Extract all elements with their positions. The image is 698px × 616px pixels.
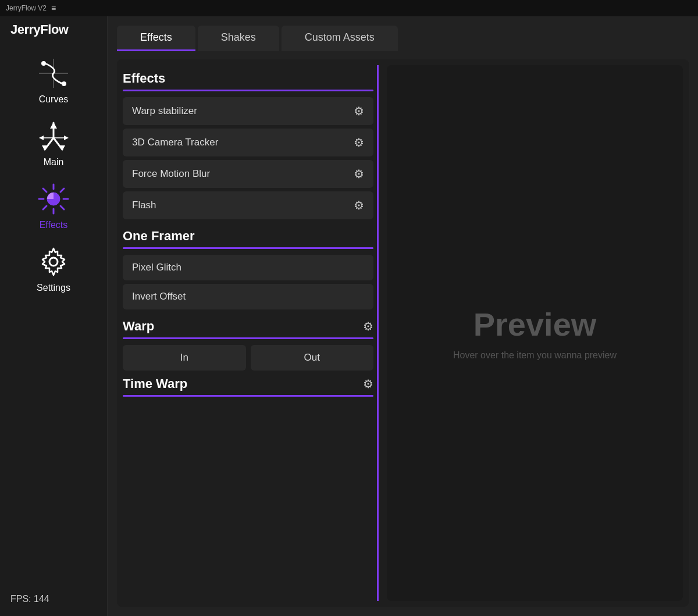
main-panel: Effects Warp stabilizer ⚙ 3D Camera Trac… [117, 59, 689, 607]
sidebar-item-main[interactable]: Main [0, 112, 107, 175]
effect-3d-camera-tracker[interactable]: 3D Camera Tracker ⚙ [123, 129, 373, 156]
effects-section-header: Effects [123, 71, 373, 86]
sidebar-label-main: Main [44, 157, 64, 168]
menu-icon[interactable]: ≡ [51, 3, 56, 13]
effect-force-motion-blur[interactable]: Force Motion Blur ⚙ [123, 160, 373, 188]
warp-divider [123, 337, 373, 339]
gear-flash[interactable]: ⚙ [354, 198, 364, 212]
gear-force-motion-blur[interactable]: ⚙ [354, 167, 364, 181]
time-warp-divider [123, 395, 373, 397]
time-warp-section-header: Time Warp ⚙ [123, 376, 373, 391]
svg-line-16 [43, 188, 47, 192]
warp-out-button[interactable]: Out [251, 345, 374, 371]
sidebar-label-effects: Effects [40, 220, 68, 230]
warp-section-title: Warp [123, 319, 154, 334]
effects-list: Effects Warp stabilizer ⚙ 3D Camera Trac… [123, 65, 379, 601]
sidebar-item-curves[interactable]: Curves [0, 49, 107, 112]
effect-name-pixel-glitch: Pixel Glitch [132, 262, 181, 273]
effect-pixel-glitch[interactable]: Pixel Glitch [123, 255, 373, 280]
effects-icon [36, 181, 71, 216]
effect-name-force-motion-blur: Force Motion Blur [132, 168, 210, 180]
gear-3d-camera-tracker[interactable]: ⚙ [354, 136, 364, 149]
settings-icon [36, 244, 71, 279]
logo: JerryFlow [0, 22, 68, 37]
svg-line-18 [60, 188, 64, 192]
preview-title: Preview [473, 305, 597, 343]
app-body: JerryFlow Curves [0, 16, 698, 616]
effects-section-title: Effects [123, 71, 165, 86]
one-framer-section-header: One Framer [123, 229, 373, 244]
main-icon [36, 119, 71, 154]
effect-name-flash: Flash [132, 200, 156, 211]
tab-custom-assets[interactable]: Custom Assets [282, 26, 398, 51]
svg-marker-3 [50, 122, 57, 129]
app-name: JerryFlow V2 [6, 4, 47, 12]
gear-warp[interactable]: ⚙ [363, 319, 373, 333]
effect-warp-stabilizer[interactable]: Warp stabilizer ⚙ [123, 97, 373, 125]
gear-warp-stabilizer[interactable]: ⚙ [354, 104, 364, 118]
svg-line-17 [60, 206, 64, 209]
gear-time-warp[interactable]: ⚙ [363, 377, 373, 391]
tab-bar: Effects Shakes Custom Assets [117, 26, 689, 51]
sidebar-item-effects[interactable]: Effects [0, 175, 107, 237]
tab-shakes[interactable]: Shakes [198, 26, 279, 51]
time-warp-section-title: Time Warp [123, 376, 187, 391]
effect-name-invert-offset: Invert Offset [132, 291, 186, 302]
curves-icon [36, 56, 71, 91]
svg-point-20 [49, 258, 58, 266]
sidebar-label-settings: Settings [37, 283, 70, 293]
warp-in-button[interactable]: In [123, 345, 246, 371]
svg-marker-10 [64, 136, 69, 140]
sidebar: JerryFlow Curves [0, 16, 108, 616]
one-framer-divider [123, 247, 373, 249]
sidebar-item-settings[interactable]: Settings [0, 237, 107, 300]
preview-subtitle: Hover over the item you wanna preview [453, 350, 617, 361]
effect-invert-offset[interactable]: Invert Offset [123, 284, 373, 309]
fps-display: FPS: 144 [0, 588, 49, 610]
preview-panel: Preview Hover over the item you wanna pr… [387, 65, 683, 601]
warp-section-header: Warp ⚙ [123, 319, 373, 334]
sidebar-label-curves: Curves [39, 94, 69, 105]
content-area: Effects Shakes Custom Assets Effects War… [108, 16, 698, 616]
effect-name-3d-camera-tracker: 3D Camera Tracker [132, 137, 218, 148]
tab-effects[interactable]: Effects [117, 26, 195, 51]
title-bar: JerryFlow V2 ≡ [0, 0, 698, 16]
svg-line-19 [43, 206, 47, 209]
effects-divider [123, 90, 373, 91]
effect-flash[interactable]: Flash ⚙ [123, 191, 373, 219]
warp-buttons: In Out [123, 345, 373, 371]
one-framer-section-title: One Framer [123, 229, 195, 244]
svg-marker-9 [39, 136, 44, 140]
effect-name-warp-stabilizer: Warp stabilizer [132, 105, 197, 117]
